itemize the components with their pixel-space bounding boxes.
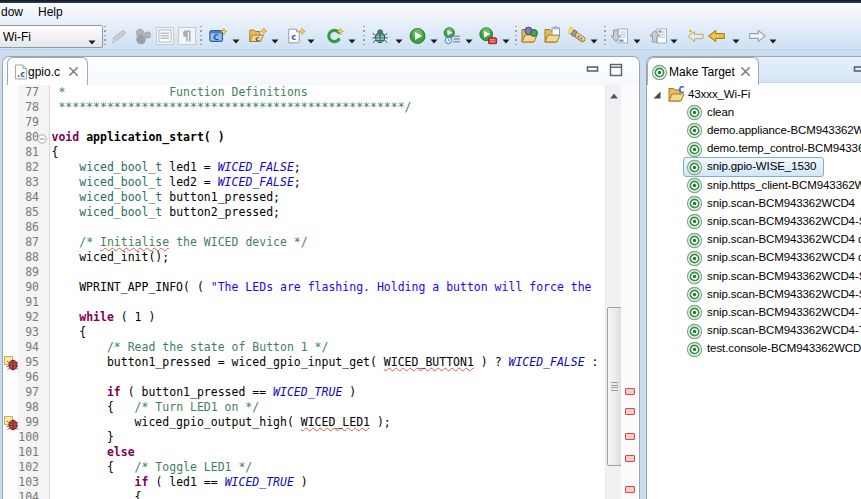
fold-collapse-icon[interactable]: [37, 133, 47, 147]
import-button[interactable]: [520, 25, 540, 46]
new-c-file-button-dropdown-icon[interactable]: [307, 33, 315, 38]
make-target-item[interactable]: demo.appliance-BCM943362WCD4: [647, 121, 861, 139]
folding-ruler: [39, 85, 50, 499]
code-line-90: WPRINT_APP_INFO( ( "The LEDs are flashin…: [52, 280, 599, 295]
next-annotation-button-dropdown-icon[interactable]: [633, 33, 641, 38]
toolbar-separator: [515, 26, 517, 45]
tab-label: gpio.c: [28, 65, 60, 79]
code-line-77: * Function Definitions: [52, 85, 599, 100]
make-target-icon: [686, 304, 702, 320]
make-target-item[interactable]: snip.scan-BCM943362WCD4-SDIO: [647, 212, 861, 230]
close-icon[interactable]: [740, 66, 751, 77]
make-target-tabstrip: Make Target: [647, 57, 861, 85]
external-tools-button[interactable]: [442, 25, 462, 46]
code-line-93: {: [52, 325, 599, 340]
make-target-icon: [686, 104, 702, 120]
export-button[interactable]: [543, 25, 563, 46]
overview-ruler[interactable]: [621, 85, 637, 499]
new-c-project-button[interactable]: C: [208, 25, 228, 46]
back-button[interactable]: [707, 25, 727, 46]
make-target-icon: [686, 141, 702, 157]
make-target-item[interactable]: snip.scan-BCM943362WCD4-ThreadX: [647, 303, 861, 321]
menu-item-help[interactable]: Help: [38, 5, 63, 20]
make-target-view: Make Target C 43xxx_Wi-Fi clean demo.app…: [646, 56, 861, 499]
new-folder-button-dropdown-icon[interactable]: [271, 33, 279, 38]
make-target-label: snip.scan-BCM943362WCD4-ThreadX: [707, 306, 861, 318]
toolbar-separator: [104, 26, 106, 45]
toolbar: Wi-Fi Ccc: [0, 22, 861, 50]
code-line-95: button1_pressed = wiced_gpio_input_get( …: [52, 355, 599, 370]
tab-gpio-c[interactable]: .c gpio.c: [7, 57, 88, 86]
error-marker[interactable]: [625, 388, 635, 395]
profile-button[interactable]: [478, 25, 498, 46]
make-target-item[interactable]: snip.gpio-WISE_1530: [647, 158, 861, 176]
make-target-label: clean: [707, 106, 734, 118]
search-button-dropdown-icon[interactable]: [590, 33, 598, 38]
error-marker[interactable]: [625, 408, 635, 415]
profile-button-dropdown-icon[interactable]: [502, 33, 510, 38]
make-target-item[interactable]: snip.scan-BCM943362WCD4-ThreadX download: [647, 322, 861, 340]
build-target-combo[interactable]: Wi-Fi: [0, 25, 103, 48]
run-button[interactable]: [408, 25, 428, 46]
make-target-item[interactable]: snip.https_client-BCM943362WCD4: [647, 176, 861, 194]
make-target-item[interactable]: snip.scan-BCM943362WCD4-SDIO download: [647, 267, 861, 285]
previous-annotation-button-dropdown-icon[interactable]: [670, 33, 678, 38]
new-c-project-button-dropdown-icon[interactable]: [232, 33, 240, 38]
error-marker[interactable]: [625, 433, 635, 440]
make-target-item[interactable]: clean: [647, 103, 861, 121]
code-text[interactable]: * Function Definitions *****************…: [52, 85, 599, 499]
tree-root-label: 43xxx_Wi-Fi: [688, 88, 750, 100]
external-tools-button-dropdown-icon[interactable]: [465, 33, 473, 38]
debug-button-dropdown-icon[interactable]: [395, 33, 403, 38]
last-edit-location-button[interactable]: [686, 25, 706, 46]
tree-root-project[interactable]: C 43xxx_Wi-Fi: [647, 85, 861, 103]
make-target-icon: [686, 213, 702, 229]
make-target-label: snip.scan-BCM943362WCD4-SDIO: [707, 215, 861, 227]
new-c-file-button[interactable]: c: [286, 25, 306, 46]
next-annotation-button[interactable]: [610, 25, 630, 46]
code-line-89: [52, 265, 599, 280]
scroll-up-icon[interactable]: [610, 88, 618, 102]
forward-button-dropdown-icon[interactable]: [769, 33, 777, 38]
disabled-mark-occurrences-button: [133, 25, 153, 46]
make-target-item[interactable]: demo.temp_control-BCM943362WCD4: [647, 140, 861, 158]
make-target-label: snip.gpio-WISE_1530: [707, 160, 816, 172]
code-line-82: wiced_bool_t led1 = WICED_FALSE;: [52, 160, 599, 175]
make-target-item[interactable]: snip.scan-BCM943362WCD4 download: [647, 231, 861, 249]
new-class-button-dropdown-icon[interactable]: [348, 33, 356, 38]
debug-button[interactable]: [371, 25, 391, 46]
close-icon[interactable]: [68, 66, 79, 77]
toolbar-separator: [200, 26, 202, 45]
code-line-92: while ( 1 ): [52, 310, 599, 325]
code-line-101: else: [52, 445, 599, 460]
minimize-icon-clipped[interactable]: [853, 63, 861, 79]
maximize-icon[interactable]: [609, 63, 625, 79]
code-line-103: if ( led1 == WICED_TRUE ): [52, 475, 599, 490]
search-button[interactable]: [568, 25, 588, 46]
minimize-icon[interactable]: [586, 63, 602, 79]
code-line-86: [52, 220, 599, 235]
combo-dropdown-icon[interactable]: [88, 34, 96, 48]
make-target-item[interactable]: snip.scan-BCM943362WCD4-SDIO download ru…: [647, 285, 861, 303]
error-marker[interactable]: [625, 455, 635, 462]
back-button-dropdown-icon[interactable]: [732, 33, 740, 38]
run-button-dropdown-icon[interactable]: [430, 33, 438, 38]
forward-button[interactable]: [747, 25, 767, 46]
vertical-scrollbar[interactable]: [605, 85, 622, 499]
toolbar-separator: [363, 26, 365, 45]
tab-make-target[interactable]: Make Target: [647, 57, 759, 86]
scrollbar-thumb[interactable]: [607, 307, 622, 466]
show-whitespace-button: [177, 25, 197, 46]
make-target-icon: [686, 341, 702, 357]
menu-item-dow[interactable]: dow: [1, 5, 23, 20]
previous-annotation-button[interactable]: [649, 25, 669, 46]
make-target-item[interactable]: test.console-BCM943362WCD4: [647, 340, 861, 358]
new-folder-button[interactable]: c: [248, 25, 268, 46]
make-target-item[interactable]: snip.scan-BCM943362WCD4: [647, 194, 861, 212]
code-line-96: [52, 370, 599, 385]
make-target-item[interactable]: snip.scan-BCM943362WCD4 download run: [647, 249, 861, 267]
make-target-label: snip.scan-BCM943362WCD4-SDIO download: [707, 270, 861, 282]
code-line-91: [52, 295, 599, 310]
new-class-button[interactable]: [325, 25, 345, 46]
error-marker[interactable]: [625, 486, 635, 493]
